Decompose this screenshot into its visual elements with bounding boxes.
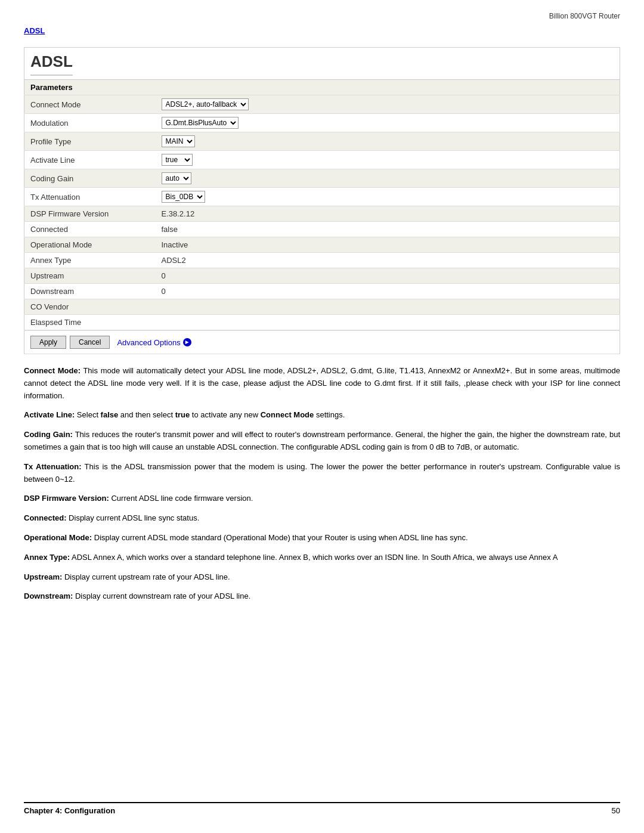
param-label: Operational Mode bbox=[24, 237, 156, 253]
arrow-right-icon: ► bbox=[183, 338, 191, 346]
param-label: Annex Type bbox=[24, 253, 156, 268]
param-select-tx-attenuation[interactable]: Bis_0DBBis_1DBBis_2DBBis_3DBBis_4DB bbox=[162, 191, 205, 203]
parameters-table: Parameters Connect ModeADSL2+, auto-fall… bbox=[24, 79, 620, 354]
param-value: 0 bbox=[156, 284, 620, 299]
advanced-options-link[interactable]: Advanced Options ► bbox=[117, 338, 191, 347]
table-row: Operational ModeInactive bbox=[24, 237, 620, 253]
param-value: E.38.2.12 bbox=[156, 206, 620, 222]
table-row: ModulationG.Dmt.BisPlusAutoG.Dmt.BisG.Dm… bbox=[24, 114, 620, 132]
param-select-coding-gain[interactable]: auto0dB1dB2dB3dB4dB5dB6dB7dB bbox=[162, 172, 191, 184]
param-label: Tx Attenuation bbox=[24, 188, 156, 206]
page-title-box: ADSL bbox=[24, 47, 620, 79]
table-row: Connectedfalse bbox=[24, 222, 620, 237]
advanced-options-label: Advanced Options bbox=[117, 338, 180, 347]
param-label: Connect Mode bbox=[24, 95, 156, 114]
desc-tx_attenuation: Tx Attenuation: This is the ADSL transmi… bbox=[24, 461, 620, 486]
page-title: ADSL bbox=[30, 52, 73, 76]
table-row: Tx AttenuationBis_0DBBis_1DBBis_2DBBis_3… bbox=[24, 188, 620, 206]
param-select-modulation[interactable]: G.Dmt.BisPlusAutoG.Dmt.BisG.DmtG.lite bbox=[162, 117, 239, 129]
desc-downstream: Downstream: Display current downstream r… bbox=[24, 590, 620, 603]
table-row: Activate Linetruefalse bbox=[24, 151, 620, 169]
desc-operational_mode: Operational Mode: Display current ADSL m… bbox=[24, 532, 620, 544]
page-wrapper: Billion 800VGT Router ADSL ADSL Paramete… bbox=[0, 0, 644, 833]
footer-chapter: Chapter 4: Configuration bbox=[24, 806, 115, 815]
param-label: Downstream bbox=[24, 284, 156, 299]
param-label: Elaspsed Time bbox=[24, 315, 156, 330]
table-row: Downstream0 bbox=[24, 284, 620, 299]
table-row: Upstream0 bbox=[24, 268, 620, 284]
param-select-profile-type[interactable]: MAIN8a8b8c8d12a12b17a bbox=[162, 135, 195, 147]
param-label: Activate Line bbox=[24, 151, 156, 169]
footer-page: 50 bbox=[612, 806, 620, 815]
param-value: false bbox=[156, 222, 620, 237]
desc-connect_mode: Connect Mode: This mode will automatical… bbox=[24, 365, 620, 402]
table-row: Elaspsed Time bbox=[24, 315, 620, 330]
param-label: Upstream bbox=[24, 268, 156, 284]
param-select-activate-line[interactable]: truefalse bbox=[162, 154, 193, 166]
table-row: Profile TypeMAIN8a8b8c8d12a12b17a bbox=[24, 132, 620, 151]
table-row: Connect ModeADSL2+, auto-fallbackADSL2+A… bbox=[24, 95, 620, 114]
table-row: DSP Firmware VersionE.38.2.12 bbox=[24, 206, 620, 222]
footer: Chapter 4: Configuration 50 bbox=[24, 802, 620, 815]
param-label: DSP Firmware Version bbox=[24, 206, 156, 222]
desc-annex_type: Annex Type: ADSL Annex A, which works ov… bbox=[24, 552, 620, 564]
param-label: Coding Gain bbox=[24, 169, 156, 188]
description-section: Connect Mode: This mode will automatical… bbox=[24, 365, 620, 603]
param-value[interactable]: G.Dmt.BisPlusAutoG.Dmt.BisG.DmtG.lite bbox=[156, 114, 620, 132]
param-value: ADSL2 bbox=[156, 253, 620, 268]
desc-coding_gain: Coding Gain: This reduces the router's t… bbox=[24, 429, 620, 454]
desc-activate_line: Activate Line: Select false and then sel… bbox=[24, 409, 620, 422]
router-name: Billion 800VGT Router bbox=[24, 12, 620, 20]
cancel-button[interactable]: Cancel bbox=[70, 336, 110, 349]
apply-button[interactable]: Apply bbox=[30, 336, 66, 349]
breadcrumb-adsl[interactable]: ADSL bbox=[24, 26, 45, 35]
param-value: Inactive bbox=[156, 237, 620, 253]
table-header: Parameters bbox=[24, 80, 620, 95]
desc-dsp_firmware: DSP Firmware Version: Current ADSL line … bbox=[24, 493, 620, 505]
desc-upstream: Upstream: Display current upstream rate … bbox=[24, 571, 620, 584]
param-label: Connected bbox=[24, 222, 156, 237]
param-select-connect-mode[interactable]: ADSL2+, auto-fallbackADSL2+ADSL2ADSLG.dm… bbox=[162, 98, 249, 110]
param-label: CO Vendor bbox=[24, 299, 156, 315]
param-label: Modulation bbox=[24, 114, 156, 132]
desc-connected: Connected: Display current ADSL line syn… bbox=[24, 512, 620, 525]
param-value bbox=[156, 299, 620, 315]
param-value[interactable]: Bis_0DBBis_1DBBis_2DBBis_3DBBis_4DB bbox=[156, 188, 620, 206]
table-row: Coding Gainauto0dB1dB2dB3dB4dB5dB6dB7dB bbox=[24, 169, 620, 188]
param-value[interactable]: auto0dB1dB2dB3dB4dB5dB6dB7dB bbox=[156, 169, 620, 188]
param-value[interactable]: truefalse bbox=[156, 151, 620, 169]
param-label: Profile Type bbox=[24, 132, 156, 151]
param-value: 0 bbox=[156, 268, 620, 284]
param-value[interactable]: MAIN8a8b8c8d12a12b17a bbox=[156, 132, 620, 151]
button-row: Apply Cancel Advanced Options ► bbox=[24, 330, 620, 354]
table-row: Annex TypeADSL2 bbox=[24, 253, 620, 268]
param-value bbox=[156, 315, 620, 330]
table-row: CO Vendor bbox=[24, 299, 620, 315]
param-value[interactable]: ADSL2+, auto-fallbackADSL2+ADSL2ADSLG.dm… bbox=[156, 95, 620, 114]
